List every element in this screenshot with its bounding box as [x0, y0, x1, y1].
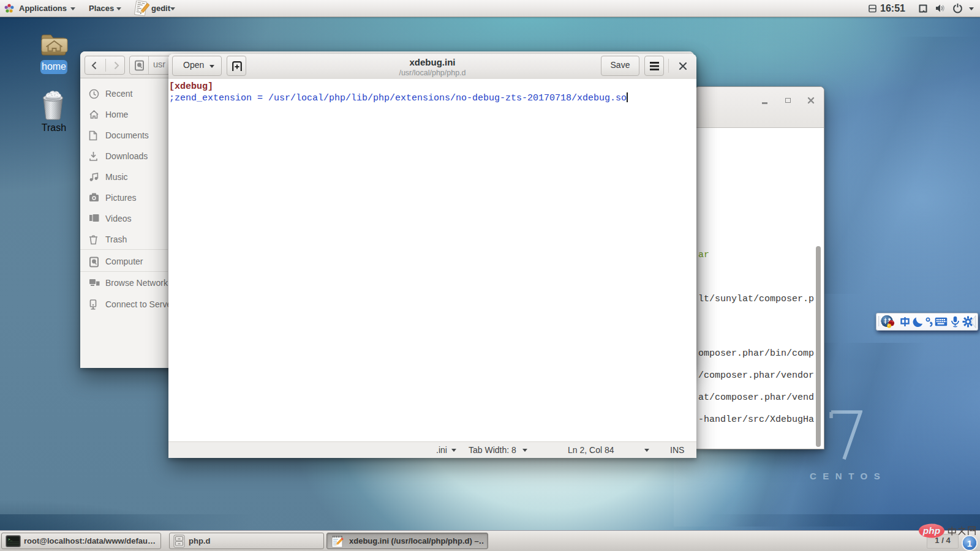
svg-text:>_: >_	[8, 538, 13, 542]
svg-text:php: php	[922, 525, 940, 536]
svg-text:1: 1	[967, 538, 972, 549]
